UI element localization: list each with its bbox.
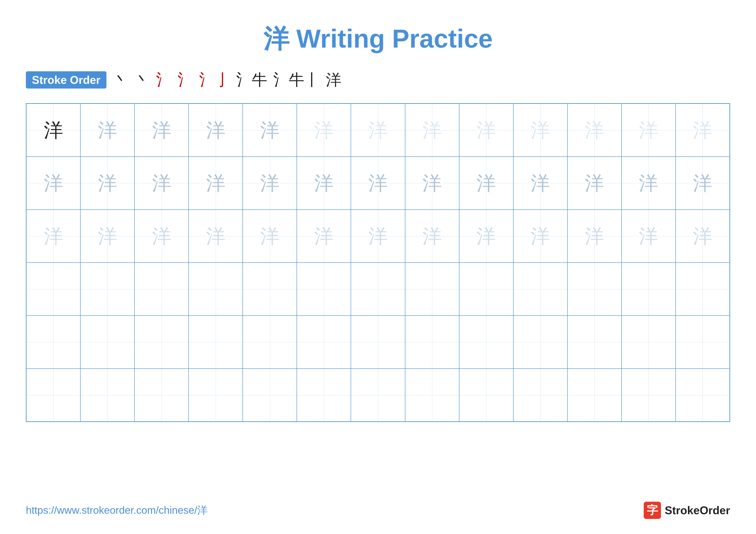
grid-cell[interactable] bbox=[622, 316, 676, 369]
grid-cell[interactable]: 洋 bbox=[567, 157, 622, 210]
stroke-step-2: 丶 bbox=[134, 69, 150, 90]
cell-character: 洋 bbox=[422, 120, 442, 140]
grid-cell[interactable] bbox=[622, 263, 676, 316]
grid-cell[interactable] bbox=[622, 369, 676, 421]
grid-cell[interactable] bbox=[26, 263, 80, 316]
cell-character: 洋 bbox=[693, 226, 712, 246]
grid-cell[interactable]: 洋 bbox=[189, 104, 243, 157]
grid-cell[interactable]: 洋 bbox=[459, 210, 513, 263]
grid-cell[interactable] bbox=[405, 369, 459, 421]
grid-cell[interactable]: 洋 bbox=[622, 210, 676, 263]
grid-cell[interactable]: 洋 bbox=[189, 210, 243, 263]
grid-cell[interactable]: 洋 bbox=[134, 210, 189, 263]
grid-cell[interactable] bbox=[297, 263, 351, 316]
grid-cell[interactable] bbox=[297, 369, 351, 421]
grid-cell[interactable]: 洋 bbox=[243, 157, 297, 210]
grid-cell[interactable] bbox=[80, 369, 134, 421]
grid-cell[interactable]: 洋 bbox=[26, 210, 80, 263]
grid-cell[interactable]: 洋 bbox=[676, 210, 730, 263]
grid-cell[interactable]: 洋 bbox=[297, 104, 351, 157]
grid-cell[interactable] bbox=[459, 369, 513, 421]
grid-cell[interactable] bbox=[80, 263, 134, 316]
stroke-step-6: 氵牛 bbox=[236, 69, 267, 90]
grid-cell[interactable]: 洋 bbox=[351, 104, 405, 157]
grid-cell[interactable] bbox=[134, 263, 189, 316]
cell-character: 洋 bbox=[44, 226, 63, 246]
grid-cell[interactable] bbox=[243, 316, 297, 369]
grid-cell[interactable] bbox=[513, 369, 567, 421]
grid-cell[interactable] bbox=[189, 263, 243, 316]
grid-cell[interactable]: 洋 bbox=[676, 157, 730, 210]
grid-cell[interactable]: 洋 bbox=[134, 104, 189, 157]
grid-cell[interactable]: 洋 bbox=[513, 210, 567, 263]
grid-cell[interactable] bbox=[189, 316, 243, 369]
grid-cell[interactable]: 洋 bbox=[622, 157, 676, 210]
grid-cell[interactable]: 洋 bbox=[405, 157, 459, 210]
grid-cell[interactable]: 洋 bbox=[297, 210, 351, 263]
grid-cell[interactable]: 洋 bbox=[405, 210, 459, 263]
grid-cell[interactable] bbox=[351, 263, 405, 316]
cell-character: 洋 bbox=[639, 120, 658, 140]
grid-cell[interactable]: 洋 bbox=[134, 157, 189, 210]
grid-cell[interactable] bbox=[676, 263, 730, 316]
grid-cell[interactable] bbox=[351, 369, 405, 421]
stroke-step-4: 氵 bbox=[177, 69, 193, 90]
grid-cell[interactable]: 洋 bbox=[567, 210, 622, 263]
grid-cell[interactable] bbox=[26, 316, 80, 369]
grid-cell[interactable]: 洋 bbox=[622, 104, 676, 157]
cell-character: 洋 bbox=[44, 120, 63, 140]
grid-cell[interactable]: 洋 bbox=[243, 104, 297, 157]
grid-cell[interactable]: 洋 bbox=[297, 157, 351, 210]
grid-cell[interactable] bbox=[26, 369, 80, 421]
grid-cell[interactable]: 洋 bbox=[459, 157, 513, 210]
page-title: 洋 Writing Practice bbox=[26, 21, 730, 57]
grid-cell[interactable]: 洋 bbox=[243, 210, 297, 263]
grid-cell[interactable]: 洋 bbox=[80, 157, 134, 210]
grid-cell[interactable]: 洋 bbox=[351, 210, 405, 263]
cell-character: 洋 bbox=[585, 120, 604, 140]
stroke-step-5: 氵亅 bbox=[199, 69, 230, 90]
cell-character: 洋 bbox=[368, 173, 388, 193]
cell-character: 洋 bbox=[152, 120, 171, 140]
grid-cell[interactable] bbox=[243, 369, 297, 421]
grid-cell[interactable] bbox=[567, 369, 622, 421]
cell-character: 洋 bbox=[44, 173, 63, 193]
grid-cell[interactable]: 洋 bbox=[459, 104, 513, 157]
grid-cell[interactable]: 洋 bbox=[26, 104, 80, 157]
grid-cell[interactable]: 洋 bbox=[676, 104, 730, 157]
grid-cell[interactable] bbox=[134, 316, 189, 369]
cell-character: 洋 bbox=[693, 120, 712, 140]
grid-cell[interactable] bbox=[513, 263, 567, 316]
grid-cell[interactable] bbox=[676, 369, 730, 421]
grid-cell[interactable] bbox=[80, 316, 134, 369]
grid-cell[interactable] bbox=[243, 263, 297, 316]
grid-cell[interactable]: 洋 bbox=[513, 104, 567, 157]
grid-cell[interactable] bbox=[567, 263, 622, 316]
grid-cell[interactable] bbox=[567, 316, 622, 369]
stroke-step-8: 洋 bbox=[326, 69, 341, 90]
cell-character: 洋 bbox=[530, 173, 550, 193]
grid-cell[interactable] bbox=[405, 316, 459, 369]
grid-cell[interactable] bbox=[405, 263, 459, 316]
cell-character: 洋 bbox=[585, 226, 604, 246]
grid-cell[interactable] bbox=[134, 369, 189, 421]
grid-cell[interactable]: 洋 bbox=[567, 104, 622, 157]
grid-cell[interactable] bbox=[513, 316, 567, 369]
cell-character: 洋 bbox=[530, 226, 550, 246]
grid-cell[interactable] bbox=[297, 316, 351, 369]
grid-cell[interactable]: 洋 bbox=[351, 157, 405, 210]
logo-text: StrokeOrder bbox=[665, 504, 730, 517]
grid-cell[interactable]: 洋 bbox=[189, 157, 243, 210]
cell-character: 洋 bbox=[314, 173, 334, 193]
stroke-order-badge: Stroke Order bbox=[26, 71, 106, 89]
grid-cell[interactable] bbox=[459, 263, 513, 316]
grid-cell[interactable] bbox=[459, 316, 513, 369]
grid-cell[interactable]: 洋 bbox=[513, 157, 567, 210]
grid-cell[interactable]: 洋 bbox=[26, 157, 80, 210]
grid-cell[interactable]: 洋 bbox=[80, 210, 134, 263]
grid-cell[interactable] bbox=[676, 316, 730, 369]
grid-cell[interactable] bbox=[351, 316, 405, 369]
grid-cell[interactable]: 洋 bbox=[405, 104, 459, 157]
grid-cell[interactable]: 洋 bbox=[80, 104, 134, 157]
grid-cell[interactable] bbox=[189, 369, 243, 421]
